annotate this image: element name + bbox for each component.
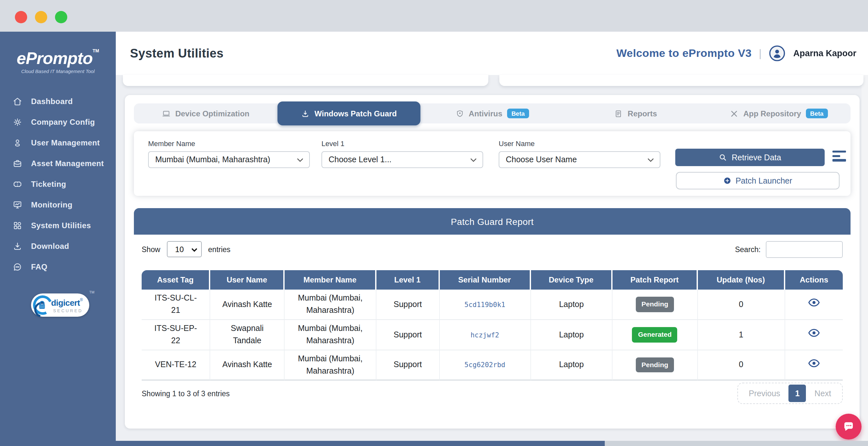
tab-label: App Repository [743,109,801,118]
tab-label: Reports [628,109,657,118]
table-row: ITS-SU-CL-21 Avinash Katte Mumbai (Mumba… [142,290,843,320]
chevron-down-icon [191,248,197,252]
device-type-cell: Laptop [531,350,613,381]
retrieve-data-label: Retrieve Data [732,153,781,162]
retrieve-data-button[interactable]: Retrieve Data [675,149,825,166]
show-label: Show [142,245,160,253]
col-serial-number[interactable]: Serial Number [439,270,531,290]
bottom-scrollbar-thumb[interactable] [0,441,605,446]
menu-bars-icon[interactable] [832,151,846,161]
search-label: Search: [735,245,761,253]
user-name-label: User Name [499,139,660,147]
eye-icon[interactable] [808,358,820,368]
entries-summary: Showing 1 to 3 of 3 entries [142,389,229,397]
sidebar-item-label: System Utilities [31,221,91,230]
device-type-cell: Laptop [531,290,613,320]
tab-windows-patch-guard[interactable]: Windows Patch Guard [277,101,421,125]
zoom-window-icon[interactable] [55,11,67,23]
gear-icon [12,117,23,127]
sidebar-item-dashboard[interactable]: Dashboard [0,91,116,112]
col-actions[interactable]: Actions [785,270,843,290]
chevron-down-icon [470,158,477,162]
sidebar-item-label: Dashboard [31,97,73,106]
table-header-row: Asset Tag User Name Member Name Level 1 … [142,270,843,290]
sidebar-item-company-config[interactable]: Company Config [0,112,116,132]
next-page-button[interactable]: Next [806,389,840,398]
chat-bubble-icon [842,421,855,433]
device-type-cell: Laptop [531,320,613,350]
sidebar-item-asset-management[interactable]: Asset Management [0,153,116,174]
tab-antivirus[interactable]: Antivirus Beta [421,103,564,123]
search-input[interactable] [766,241,843,258]
pagination: Previous 1 Next [737,383,843,404]
sidebar: ePromptoTM Cloud Based IT Management Too… [0,32,116,446]
updates-cell: 0 [698,350,785,381]
window-titlebar [0,0,868,32]
sidebar-item-label: FAQ [31,262,48,272]
chat-fab-button[interactable] [836,414,862,440]
app-window: ePromptoTM Cloud Based IT Management Too… [0,0,868,446]
search-icon [719,153,727,162]
scrollbar-track[interactable] [862,75,868,441]
sidebar-item-label: Download [31,242,69,251]
brand-name: ePrompto [17,49,93,68]
user-name-select[interactable]: Choose User Name [499,151,660,168]
monitor-icon [12,200,23,210]
sidebar-item-download[interactable]: Download [0,236,116,257]
tab-label: Device Optimization [175,109,249,118]
filters-card: Member Name Mumbai (Mumbai, Maharashtra)… [134,131,850,196]
serial-number[interactable]: 5cg6202rbd [464,361,505,369]
serial-number[interactable]: 5cd119b0k1 [464,300,505,308]
member-name-cell: Mumbai (Mumbai, Maharashtra) [285,290,376,320]
beta-badge: Beta [507,108,529,118]
sidebar-item-user-management[interactable]: User Management [0,132,116,153]
updates-cell: 0 [698,290,785,320]
sidebar-item-system-utilities[interactable]: System Utilities [0,215,116,236]
page-1-button[interactable]: 1 [789,385,806,402]
level1-cell: Support [376,320,439,350]
minimize-window-icon[interactable] [35,11,47,23]
sidebar-item-ticketing[interactable]: Ticketing [0,174,116,195]
digicert-badge[interactable]: digicert® SECURED TM [31,293,89,317]
avatar[interactable] [769,44,786,62]
grid-icon [12,220,23,231]
col-device-type[interactable]: Device Type [531,270,613,290]
serial-number[interactable]: hczjwf2 [470,330,499,339]
serial-cell: hczjwf2 [439,320,531,350]
col-member-name[interactable]: Member Name [285,270,376,290]
tab-app-repository[interactable]: App Repository Beta [707,103,850,123]
actions-cell [785,320,843,350]
previous-page-button[interactable]: Previous [740,389,788,398]
tab-label: Windows Patch Guard [315,109,397,118]
lock-icon [37,299,47,311]
eye-icon[interactable] [808,298,820,307]
status-badge: Pending [636,357,674,373]
digicert-secured: SECURED [51,309,83,313]
digicert-brand: digicert [51,298,80,308]
col-asset-tag[interactable]: Asset Tag [142,270,210,290]
member-name-select[interactable]: Mumbai (Mumbai, Maharashtra) [148,151,310,168]
tab-device-optimization[interactable]: Device Optimization [134,103,277,123]
col-update-nos[interactable]: Update (Nos) [698,270,785,290]
sidebar-item-monitoring[interactable]: Monitoring [0,195,116,215]
page-size-select[interactable]: 10 [167,241,202,257]
serial-cell: 5cg6202rbd [439,350,531,381]
col-user-name[interactable]: User Name [210,270,285,290]
updates-cell: 1 [698,320,785,350]
tabs-bar: Device Optimization Windows Patch Guard … [134,103,850,123]
brand-tm: TM [92,49,99,53]
col-level1[interactable]: Level 1 [376,270,439,290]
table-row: ITS-SU-EP-22 Swapnali Tandale Mumbai (Mu… [142,320,843,350]
digicert-reg: ® [80,298,83,302]
home-icon [12,96,23,107]
patch-launcher-button[interactable]: Patch Launcher [676,172,840,189]
sidebar-item-faq[interactable]: FAQ [0,257,116,277]
brand-logo[interactable]: ePromptoTM Cloud Based IT Management Too… [0,49,116,74]
report-body: Show 10 entries Search: [134,235,850,404]
tab-reports[interactable]: Reports [564,103,707,123]
laptop-icon [162,109,171,118]
col-patch-report[interactable]: Patch Report [613,270,698,290]
close-window-icon[interactable] [15,11,27,23]
level1-select[interactable]: Choose Level 1... [321,151,483,168]
eye-icon[interactable] [808,328,820,338]
